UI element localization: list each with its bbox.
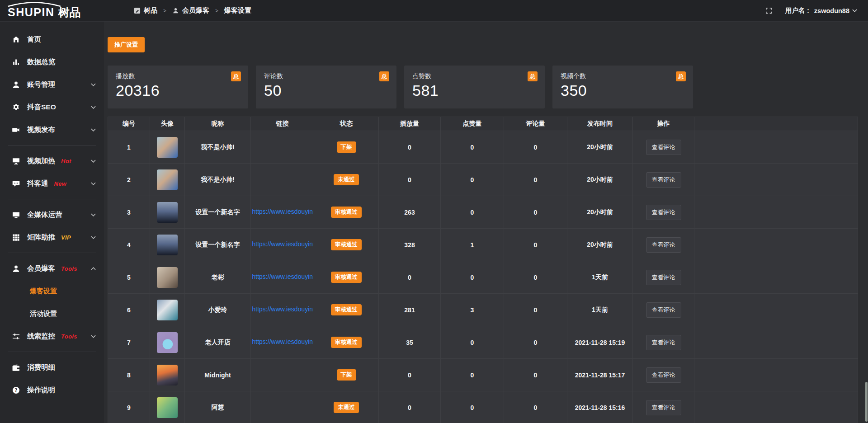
wallet-icon xyxy=(12,363,20,372)
chevron-down-icon xyxy=(91,128,96,132)
stat-label: 点赞数 xyxy=(412,72,537,80)
cell-avatar xyxy=(150,326,185,359)
sidebar-item-account-management[interactable]: 账号管理 xyxy=(0,73,104,96)
cell-status: 审核通过 xyxy=(314,229,379,261)
topbar: SHUPIN 树品 树品>会员爆客>爆客设置 用户名：zswodun88 xyxy=(0,0,868,22)
sidebar-item-video-heating[interactable]: 视频加热Hot xyxy=(0,150,104,172)
view-comments-button[interactable]: 查看评论 xyxy=(646,140,681,155)
view-comments-button[interactable]: 查看评论 xyxy=(646,400,681,415)
cell-comments: 0 xyxy=(504,164,567,196)
fullscreen-icon[interactable] xyxy=(765,7,773,14)
cell-comments: 0 xyxy=(504,326,567,359)
cell-status: 审核通过 xyxy=(314,196,379,229)
cell-comments: 0 xyxy=(504,391,567,423)
user-menu[interactable]: 用户名：zswodun88 xyxy=(785,6,857,15)
sidebar-item-home[interactable]: 首页 xyxy=(0,28,104,51)
chevron-down-icon xyxy=(91,182,96,185)
cell-id: 7 xyxy=(108,326,150,359)
view-comments-button[interactable]: 查看评论 xyxy=(646,172,681,188)
sidebar-item-video-publish[interactable]: 视频发布 xyxy=(0,118,104,141)
sidebar-item-badge: New xyxy=(54,180,67,187)
sidebar-item-operation-guide[interactable]: ?操作说明 xyxy=(0,379,104,401)
chevron-down-icon xyxy=(91,160,96,163)
view-comments-button[interactable]: 查看评论 xyxy=(646,205,681,220)
video-link[interactable]: https://www.iesdouyin.c xyxy=(252,208,313,215)
cell-publish-time: 1天前 xyxy=(567,261,633,294)
status-badge: 未通过 xyxy=(334,174,359,185)
cell-link-wrap: https://www.iesdouyin.c xyxy=(251,229,314,261)
video-link[interactable]: https://www.iesdouyin.c xyxy=(252,240,313,248)
cell-publish-time: 1天前 xyxy=(567,294,633,326)
cell-action: 查看评论 xyxy=(633,359,694,391)
cell-id: 1 xyxy=(108,131,150,164)
video-link[interactable]: https://www.iesdouyin.c xyxy=(252,273,313,280)
sidebar-item-badge: Hot xyxy=(61,158,71,164)
promo-settings-button[interactable]: 推广设置 xyxy=(108,37,145,52)
sidebar-item-label: 全媒体运营 xyxy=(27,210,62,220)
status-badge: 未通过 xyxy=(334,402,359,413)
sidebar-subitem-label: 活动设置 xyxy=(30,310,57,318)
sidebar-item-data-overview[interactable]: 数据总览 xyxy=(0,51,104,73)
video-link[interactable]: https://www.iesdouyin.c xyxy=(252,306,313,313)
cell-avatar xyxy=(150,131,185,164)
cell-id: 5 xyxy=(108,261,150,294)
video-link[interactable]: https://www.iesdouyin.c xyxy=(252,338,313,345)
question-icon: ? xyxy=(12,386,20,395)
sidebar-item-all-media-operation[interactable]: 全媒体运营 xyxy=(0,203,104,226)
table-header-row: 编号头像昵称链接状态播放量点赞量评论量发布时间操作 xyxy=(108,117,858,131)
scrollbar-thumb[interactable] xyxy=(865,382,868,422)
cell-plays: 0 xyxy=(379,391,441,423)
view-comments-button[interactable]: 查看评论 xyxy=(646,335,681,350)
sidebar-item-label: 线索监控 xyxy=(27,332,55,341)
chevron-down-icon xyxy=(91,106,96,109)
cell-action: 查看评论 xyxy=(633,229,694,261)
logo-arc xyxy=(7,1,62,7)
sidebar-item-member-baoke[interactable]: 会员爆客Tools xyxy=(0,257,104,280)
sidebar-item-clue-monitoring[interactable]: 线索监控Tools xyxy=(0,325,104,348)
breadcrumb-label: 树品 xyxy=(144,6,157,15)
sidebar-item-consumption-details[interactable]: 消费明细 xyxy=(0,356,104,379)
username-label: 用户名： xyxy=(785,6,811,15)
cell-filler xyxy=(694,326,858,359)
table-row: 7老人开店https://www.iesdouyin.c审核通过35002021… xyxy=(108,326,858,359)
cell-link-wrap: https://www.iesdouyin.c xyxy=(251,326,314,359)
breadcrumb-separator: > xyxy=(163,8,166,14)
status-badge: 下架 xyxy=(337,369,356,381)
sidebar-divider xyxy=(8,253,96,253)
stat-value: 50 xyxy=(264,82,388,99)
cell-status: 下架 xyxy=(314,131,379,164)
sidebar-item-label: 视频发布 xyxy=(27,125,55,135)
cell-likes: 0 xyxy=(441,131,504,164)
cell-likes: 0 xyxy=(441,391,504,423)
total-badge: 总 xyxy=(528,71,538,81)
cell-filler xyxy=(694,359,858,391)
sidebar-item-matrix-boost[interactable]: 矩阵助推VIP xyxy=(0,226,104,249)
sidebar-subitem-baoke-settings[interactable]: 爆客设置 xyxy=(0,280,104,302)
view-comments-button[interactable]: 查看评论 xyxy=(646,237,681,253)
sidebar-item-douyin-seo[interactable]: 抖音SEO xyxy=(0,96,104,118)
sidebar-subitem-activity-settings[interactable]: 活动设置 xyxy=(0,302,104,325)
cell-nickname: Midnight xyxy=(185,359,251,391)
avatar-image xyxy=(157,365,178,385)
cell-id: 4 xyxy=(108,229,150,261)
view-comments-button[interactable]: 查看评论 xyxy=(646,302,681,318)
breadcrumb-item[interactable]: 树品 xyxy=(134,6,157,15)
logo-text-cn: 树品 xyxy=(58,5,80,20)
cell-plays: 328 xyxy=(379,229,441,261)
cell-nickname: 设置一个新名字 xyxy=(185,229,251,261)
cell-publish-time: 20小时前 xyxy=(567,131,633,164)
sidebar-item-label: 首页 xyxy=(27,35,41,44)
stat-card: 评论数50总 xyxy=(256,66,396,108)
user-icon xyxy=(172,7,179,14)
cell-likes: 1 xyxy=(441,229,504,261)
sidebar-item-label: 消费明细 xyxy=(27,363,55,372)
stat-card: 点赞数581总 xyxy=(404,66,545,108)
sidebar-item-badge: VIP xyxy=(61,234,71,241)
breadcrumb-item[interactable]: 会员爆客 xyxy=(172,6,209,15)
view-comments-button[interactable]: 查看评论 xyxy=(646,367,681,383)
view-comments-button[interactable]: 查看评论 xyxy=(646,270,681,285)
topbar-right: 用户名：zswodun88 xyxy=(765,6,868,15)
stat-value: 581 xyxy=(412,82,537,99)
sidebar-item-douketong[interactable]: 抖客通New xyxy=(0,172,104,195)
user-icon xyxy=(12,80,20,89)
